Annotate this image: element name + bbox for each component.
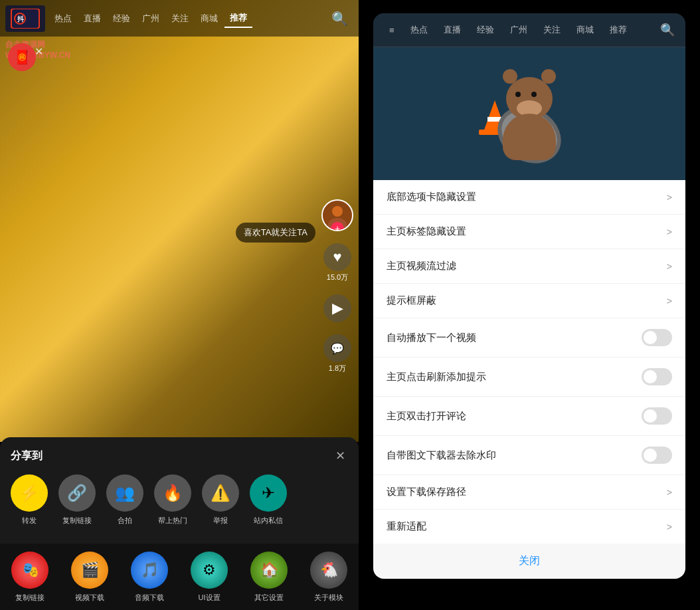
report-label: 举报: [213, 516, 228, 526]
right-panel: ≡ 热点 直播 经验 广州 关注 商城 推荐 🔍: [359, 0, 700, 610]
share-item-forward[interactable]: ⚡ 转发: [11, 474, 48, 526]
svg-text:抖: 抖: [17, 15, 25, 23]
share-close-button[interactable]: ✕: [332, 448, 348, 464]
private-msg-icon: ✈: [250, 474, 287, 512]
settings-nav-hot[interactable]: 热点: [405, 21, 433, 39]
download-path-label: 设置下载保存路径: [387, 486, 667, 498]
share-item-trending[interactable]: 🔥 帮上热门: [154, 474, 191, 526]
remove-watermark-label: 自带图文下载器去除水印: [387, 449, 642, 462]
nav-item-gz[interactable]: 广州: [137, 10, 165, 27]
bottom-icon-ui-settings[interactable]: ⚙ UI设置: [191, 552, 228, 603]
settings-item-refresh-tip: 主页点击刷新添加提示: [373, 357, 685, 397]
settings-item-home-tags[interactable]: 主页标签隐藏设置 >: [373, 215, 685, 249]
settings-nav-live[interactable]: 直播: [438, 21, 466, 39]
about-module-label: 关于模块: [314, 593, 343, 603]
nav-item-shop[interactable]: 商城: [195, 10, 223, 27]
settings-nav-exp[interactable]: 经验: [472, 21, 499, 39]
refresh-tip-label: 主页点击刷新添加提示: [387, 371, 642, 383]
settings-nav-shop[interactable]: 商城: [571, 21, 599, 39]
settings-list: 底部选项卡隐藏设置 > 主页标签隐藏设置 > 主页视频流过滤 > 提示框屏蔽 >…: [373, 180, 685, 544]
settings-item-video-filter[interactable]: 主页视频流过滤 >: [373, 249, 685, 284]
refresh-tip-toggle[interactable]: [642, 368, 672, 385]
share-item-collab[interactable]: 👥 合拍: [106, 474, 143, 526]
bottom-icon-row: 🎭 复制链接 🎬 视频下载 🎵 音频下载 ⚙ UI设置 🏠 其它设置 🐔 关于模…: [0, 544, 359, 610]
copy-link-bottom-label: 复制链接: [15, 593, 44, 603]
play-icon[interactable]: ▶: [323, 294, 351, 322]
trending-icon: 🔥: [154, 474, 191, 512]
trending-label: 帮上热门: [158, 516, 187, 526]
bottom-tabs-label: 底部选项卡隐藏设置: [387, 191, 667, 203]
home-tags-label: 主页标签隐藏设置: [387, 225, 667, 238]
nav-item-live[interactable]: 直播: [78, 10, 106, 27]
share-item-private-msg[interactable]: ✈ 站内私信: [250, 474, 287, 526]
bear-eye-left: [515, 92, 521, 97]
settings-item-download-path[interactable]: 设置下载保存路径 >: [373, 475, 685, 510]
double-tap-label: 主页双击打开评论: [387, 410, 642, 423]
audio-download-label: 音频下载: [135, 593, 164, 603]
settings-item-prompt-block[interactable]: 提示框屏蔽 >: [373, 284, 685, 318]
bottom-icon-video-download[interactable]: 🎬 视频下载: [71, 552, 108, 603]
envelope-icon: 🧧: [14, 49, 31, 65]
settings-item-double-tap: 主页双击打开评论: [373, 397, 685, 436]
autoplay-label: 自动播放下一个视频: [387, 332, 642, 344]
video-download-icon: 🎬: [71, 552, 108, 589]
share-item-copy-link[interactable]: 🔗 复制链接: [58, 474, 96, 526]
search-icon[interactable]: 🔍: [326, 8, 353, 29]
double-tap-toggle[interactable]: [642, 407, 672, 425]
bottom-icon-copy-link[interactable]: 🎭 复制链接: [11, 552, 48, 603]
svg-point-4: [332, 206, 343, 217]
nav-item-exp[interactable]: 经验: [108, 10, 135, 27]
bear-scene: [470, 60, 589, 167]
readapt-arrow: >: [667, 522, 672, 532]
bottom-icon-audio-download[interactable]: 🎵 音频下载: [131, 552, 168, 603]
nav-item-follow[interactable]: 关注: [166, 10, 194, 27]
settings-nav-follow[interactable]: 关注: [538, 21, 566, 39]
like-button-group: ♥ 15.0万: [323, 243, 351, 282]
copy-link-label: 复制链接: [62, 516, 92, 526]
share-item-report[interactable]: ⚠️ 举报: [202, 474, 239, 526]
about-module-icon: 🐔: [310, 552, 347, 589]
comment-icon[interactable]: 💬: [323, 334, 351, 362]
settings-item-readapt[interactable]: 重新适配 >: [373, 510, 685, 544]
video-download-label: 视频下载: [75, 593, 104, 603]
like-count: 15.0万: [327, 272, 348, 282]
app-logo: 抖: [5, 5, 45, 32]
forward-icon: ⚡: [11, 474, 48, 512]
bear-body: [503, 114, 556, 160]
settings-nav-bar: ≡ 热点 直播 经验 广州 关注 商城 推荐 🔍: [373, 13, 685, 47]
left-panel: 抖 热点 直播 经验 广州 关注 商城 推荐 🔍 自去资源网 WWW.52BYW…: [0, 0, 359, 610]
video-background: [0, 0, 359, 442]
nav-item-hot[interactable]: 热点: [49, 10, 77, 27]
follow-text: 喜欢TA就关注TA: [244, 227, 307, 237]
play-button-group: ▶: [323, 294, 351, 322]
settings-search-icon[interactable]: 🔍: [660, 23, 675, 37]
follow-plus-icon[interactable]: +: [331, 222, 344, 231]
audio-download-icon: 🎵: [131, 552, 168, 589]
ui-settings-icon: ⚙: [191, 552, 228, 589]
action-buttons: + ♥ 15.0万 ▶ 💬 1.8万: [321, 199, 353, 373]
like-icon[interactable]: ♥: [323, 243, 351, 271]
red-envelope-button[interactable]: 🧧: [8, 43, 36, 71]
close-button[interactable]: 关闭: [519, 554, 540, 568]
autoplay-toggle[interactable]: [642, 329, 672, 346]
remove-watermark-toggle[interactable]: [642, 447, 672, 464]
settings-nav-menu-icon[interactable]: ≡: [384, 23, 400, 38]
collab-label: 合拍: [118, 516, 132, 526]
settings-dialog: ≡ 热点 直播 经验 广州 关注 商城 推荐 🔍: [373, 13, 685, 579]
settings-item-bottom-tabs[interactable]: 底部选项卡隐藏设置 >: [373, 180, 685, 215]
video-filter-label: 主页视频流过滤: [387, 260, 667, 272]
video-filter-arrow: >: [667, 261, 672, 272]
red-envelope-close[interactable]: ✕: [35, 45, 43, 58]
copy-link-icon: 🔗: [58, 474, 96, 512]
nav-item-recommend[interactable]: 推荐: [224, 9, 252, 28]
settings-nav-recommend[interactable]: 推荐: [604, 21, 632, 39]
settings-item-autoplay: 自动播放下一个视频: [373, 318, 685, 357]
bottom-icon-other-settings[interactable]: 🏠 其它设置: [250, 552, 288, 603]
settings-illustration: [373, 47, 685, 180]
creator-avatar[interactable]: +: [321, 199, 353, 231]
prompt-block-arrow: >: [667, 296, 672, 306]
share-items-row: ⚡ 转发 🔗 复制链接 👥 合拍 🔥 帮上热门 ⚠️ 举报 ✈ 站内私信: [11, 474, 348, 526]
logo-text: 抖: [11, 9, 40, 29]
bottom-icon-about-module[interactable]: 🐔 关于模块: [310, 552, 347, 603]
settings-nav-gz[interactable]: 广州: [505, 21, 533, 39]
